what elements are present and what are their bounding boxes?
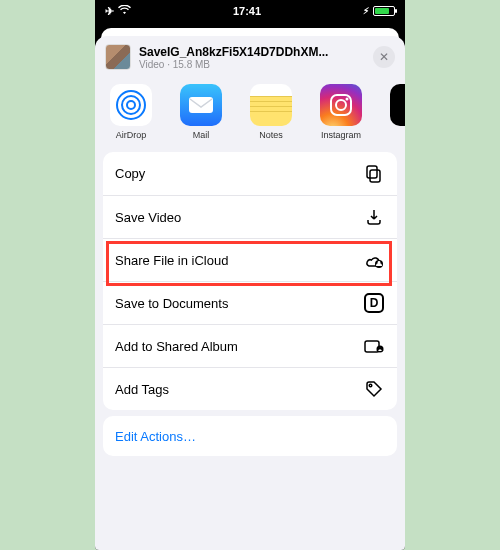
file-subtitle: Video · 15.8 MB <box>139 59 365 70</box>
action-label: Save Video <box>115 210 181 225</box>
copy-icon <box>363 163 385 185</box>
action-save-documents[interactable]: Save to Documents D <box>103 281 397 324</box>
svg-rect-3 <box>189 97 213 113</box>
action-label: Add Tags <box>115 382 169 397</box>
sheet-header: SaveIG_An8kzFi5X14D7DDhXM... Video · 15.… <box>95 36 405 78</box>
edit-actions-label: Edit Actions… <box>115 429 196 444</box>
svg-rect-7 <box>370 170 380 182</box>
status-time: 17:41 <box>233 5 261 17</box>
status-right: ⚡︎ <box>363 6 395 16</box>
action-label: Copy <box>115 166 145 181</box>
status-bar: ✈︎ 17:41 ⚡︎ <box>95 0 405 22</box>
app-label: Instagram <box>321 130 361 140</box>
action-label: Save to Documents <box>115 296 228 311</box>
action-add-shared-album[interactable]: Add to Shared Album <box>103 324 397 367</box>
mail-icon <box>180 84 222 126</box>
svg-point-5 <box>336 100 346 110</box>
tiktok-icon: ♪ <box>390 84 405 126</box>
action-share-icloud[interactable]: Share File in iCloud <box>103 238 397 281</box>
apps-row: AirDrop Mail Notes Instagram ♪ T <box>95 78 405 150</box>
charging-icon: ⚡︎ <box>363 6 369 16</box>
download-icon <box>363 206 385 228</box>
svg-rect-8 <box>367 166 377 178</box>
app-notes[interactable]: Notes <box>243 84 299 140</box>
battery-icon <box>373 6 395 16</box>
instagram-icon <box>320 84 362 126</box>
app-tiktok[interactable]: ♪ T <box>383 84 405 140</box>
file-thumbnail <box>105 44 131 70</box>
close-icon: ✕ <box>379 50 389 64</box>
share-sheet: SaveIG_An8kzFi5X14D7DDhXM... Video · 15.… <box>95 36 405 550</box>
phone-frame: ✈︎ 17:41 ⚡︎ SaveIG_An8kzFi5X14D7DDhXM...… <box>95 0 405 550</box>
svg-point-6 <box>346 98 349 101</box>
app-label: Mail <box>193 130 210 140</box>
app-label: AirDrop <box>116 130 147 140</box>
svg-point-14 <box>369 384 372 387</box>
action-copy[interactable]: Copy <box>103 152 397 195</box>
svg-point-1 <box>122 96 140 114</box>
close-button[interactable]: ✕ <box>373 46 395 68</box>
app-airdrop[interactable]: AirDrop <box>103 84 159 140</box>
documents-app-icon: D <box>363 292 385 314</box>
svg-point-0 <box>127 101 135 109</box>
icloud-share-icon <box>363 249 385 271</box>
tag-icon <box>363 378 385 400</box>
notes-icon <box>250 84 292 126</box>
action-add-tags[interactable]: Add Tags <box>103 367 397 410</box>
wifi-icon <box>118 5 131 17</box>
app-label: Notes <box>259 130 283 140</box>
airdrop-icon <box>110 84 152 126</box>
airplane-icon: ✈︎ <box>105 5 114 18</box>
actions-list: Copy Save Video Share File in iCloud Sav… <box>103 152 397 410</box>
action-label: Share File in iCloud <box>115 253 228 268</box>
action-save-video[interactable]: Save Video <box>103 195 397 238</box>
file-meta: SaveIG_An8kzFi5X14D7DDhXM... Video · 15.… <box>139 45 365 70</box>
action-label: Add to Shared Album <box>115 339 238 354</box>
file-name: SaveIG_An8kzFi5X14D7DDhXM... <box>139 45 365 59</box>
app-mail[interactable]: Mail <box>173 84 229 140</box>
status-left: ✈︎ <box>105 5 131 18</box>
shared-album-icon <box>363 335 385 357</box>
edit-actions-button[interactable]: Edit Actions… <box>103 416 397 456</box>
app-instagram[interactable]: Instagram <box>313 84 369 140</box>
